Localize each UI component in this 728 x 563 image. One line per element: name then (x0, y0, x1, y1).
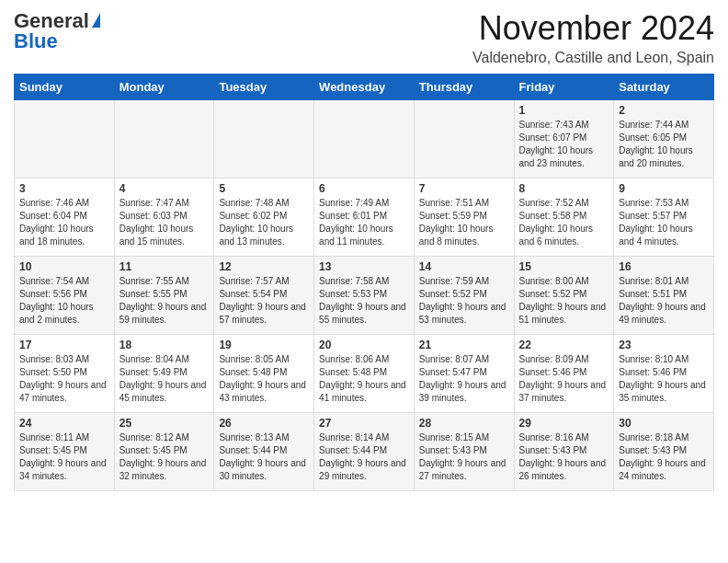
calendar-cell: 11Sunrise: 7:55 AM Sunset: 5:55 PM Dayli… (114, 257, 214, 335)
calendar-cell: 22Sunrise: 8:09 AM Sunset: 5:46 PM Dayli… (514, 335, 614, 413)
day-number: 29 (519, 417, 609, 430)
day-info: Sunrise: 8:11 AM Sunset: 5:45 PM Dayligh… (19, 431, 109, 483)
weekday-header-friday: Friday (514, 75, 614, 100)
calendar-cell: 10Sunrise: 7:54 AM Sunset: 5:56 PM Dayli… (15, 257, 115, 335)
calendar-cell: 21Sunrise: 8:07 AM Sunset: 5:47 PM Dayli… (414, 335, 514, 413)
calendar-table: SundayMondayTuesdayWednesdayThursdayFrid… (14, 74, 714, 491)
calendar-cell: 3Sunrise: 7:46 AM Sunset: 6:04 PM Daylig… (15, 178, 115, 257)
calendar-cell: 1Sunrise: 7:43 AM Sunset: 6:07 PM Daylig… (514, 100, 614, 178)
calendar-cell: 29Sunrise: 8:16 AM Sunset: 5:43 PM Dayli… (514, 413, 614, 491)
calendar-cell: 13Sunrise: 7:58 AM Sunset: 5:53 PM Dayli… (314, 257, 415, 335)
calendar-cell (414, 100, 514, 178)
title-area: November 2024 Valdenebro, Castille and L… (472, 9, 714, 66)
day-info: Sunrise: 7:43 AM Sunset: 6:07 PM Dayligh… (519, 119, 609, 170)
day-number: 22 (519, 339, 609, 351)
day-number: 5 (219, 182, 309, 195)
day-number: 16 (619, 260, 709, 273)
weekday-header-tuesday: Tuesday (214, 75, 314, 100)
day-info: Sunrise: 8:10 AM Sunset: 5:46 PM Dayligh… (619, 353, 709, 405)
logo-triangle-icon (92, 13, 100, 28)
day-info: Sunrise: 8:06 AM Sunset: 5:48 PM Dayligh… (319, 353, 409, 405)
logo-blue: Blue (14, 29, 58, 53)
calendar-cell (15, 100, 115, 178)
calendar-cell: 2Sunrise: 7:44 AM Sunset: 6:05 PM Daylig… (614, 100, 714, 178)
calendar-cell: 12Sunrise: 7:57 AM Sunset: 5:54 PM Dayli… (214, 257, 314, 335)
day-number: 24 (19, 417, 109, 430)
day-info: Sunrise: 8:18 AM Sunset: 5:43 PM Dayligh… (619, 431, 709, 483)
calendar-cell: 20Sunrise: 8:06 AM Sunset: 5:48 PM Dayli… (314, 335, 415, 413)
calendar-cell: 23Sunrise: 8:10 AM Sunset: 5:46 PM Dayli… (614, 335, 714, 413)
weekday-header-sunday: Sunday (15, 75, 115, 100)
day-number: 23 (619, 339, 709, 351)
calendar-cell: 9Sunrise: 7:53 AM Sunset: 5:57 PM Daylig… (614, 178, 714, 257)
calendar-cell: 8Sunrise: 7:52 AM Sunset: 5:58 PM Daylig… (514, 178, 614, 257)
day-info: Sunrise: 8:05 AM Sunset: 5:48 PM Dayligh… (219, 353, 309, 405)
day-number: 27 (319, 417, 409, 430)
calendar-cell (214, 100, 314, 178)
day-number: 12 (219, 260, 309, 273)
day-number: 15 (519, 260, 609, 273)
day-info: Sunrise: 8:13 AM Sunset: 5:44 PM Dayligh… (219, 431, 309, 483)
day-info: Sunrise: 7:59 AM Sunset: 5:52 PM Dayligh… (419, 275, 509, 327)
weekday-header-row: SundayMondayTuesdayWednesdayThursdayFrid… (15, 75, 714, 100)
calendar-cell (314, 100, 415, 178)
day-number: 28 (419, 417, 509, 430)
day-info: Sunrise: 7:58 AM Sunset: 5:53 PM Dayligh… (319, 275, 409, 327)
day-number: 18 (119, 339, 210, 351)
day-info: Sunrise: 7:54 AM Sunset: 5:56 PM Dayligh… (19, 275, 109, 327)
day-info: Sunrise: 7:52 AM Sunset: 5:58 PM Dayligh… (519, 197, 609, 248)
calendar-cell: 30Sunrise: 8:18 AM Sunset: 5:43 PM Dayli… (614, 413, 714, 491)
calendar-cell: 24Sunrise: 8:11 AM Sunset: 5:45 PM Dayli… (15, 413, 115, 491)
day-number: 13 (319, 260, 409, 273)
calendar-cell (114, 100, 214, 178)
day-info: Sunrise: 7:46 AM Sunset: 6:04 PM Dayligh… (19, 197, 109, 248)
day-number: 25 (119, 417, 210, 430)
day-number: 3 (19, 182, 109, 195)
day-number: 8 (519, 182, 609, 195)
calendar-cell: 16Sunrise: 8:01 AM Sunset: 5:51 PM Dayli… (614, 257, 714, 335)
day-number: 30 (619, 417, 709, 430)
weekday-header-wednesday: Wednesday (314, 75, 415, 100)
calendar-cell: 19Sunrise: 8:05 AM Sunset: 5:48 PM Dayli… (214, 335, 314, 413)
weekday-header-thursday: Thursday (414, 75, 514, 100)
day-number: 2 (619, 104, 709, 117)
calendar-cell: 17Sunrise: 8:03 AM Sunset: 5:50 PM Dayli… (15, 335, 115, 413)
calendar-cell: 14Sunrise: 7:59 AM Sunset: 5:52 PM Dayli… (414, 257, 514, 335)
day-info: Sunrise: 8:04 AM Sunset: 5:49 PM Dayligh… (119, 353, 210, 405)
day-info: Sunrise: 8:07 AM Sunset: 5:47 PM Dayligh… (419, 353, 509, 405)
day-info: Sunrise: 7:47 AM Sunset: 6:03 PM Dayligh… (119, 197, 210, 248)
week-row-2: 3Sunrise: 7:46 AM Sunset: 6:04 PM Daylig… (15, 178, 714, 257)
week-row-5: 24Sunrise: 8:11 AM Sunset: 5:45 PM Dayli… (15, 413, 714, 491)
calendar-cell: 6Sunrise: 7:49 AM Sunset: 6:01 PM Daylig… (314, 178, 415, 257)
day-number: 21 (419, 339, 509, 351)
day-info: Sunrise: 7:44 AM Sunset: 6:05 PM Dayligh… (619, 119, 709, 170)
week-row-1: 1Sunrise: 7:43 AM Sunset: 6:07 PM Daylig… (15, 100, 714, 178)
calendar-cell: 7Sunrise: 7:51 AM Sunset: 5:59 PM Daylig… (414, 178, 514, 257)
weekday-header-saturday: Saturday (614, 75, 714, 100)
day-number: 14 (419, 260, 509, 273)
day-number: 4 (119, 182, 210, 195)
month-title: November 2024 (472, 9, 714, 48)
day-number: 6 (319, 182, 409, 195)
calendar-cell: 18Sunrise: 8:04 AM Sunset: 5:49 PM Dayli… (114, 335, 214, 413)
day-number: 7 (419, 182, 509, 195)
calendar-cell: 15Sunrise: 8:00 AM Sunset: 5:52 PM Dayli… (514, 257, 614, 335)
day-info: Sunrise: 7:51 AM Sunset: 5:59 PM Dayligh… (419, 197, 509, 248)
calendar-cell: 5Sunrise: 7:48 AM Sunset: 6:02 PM Daylig… (214, 178, 314, 257)
day-number: 11 (119, 260, 210, 273)
calendar-body: 1Sunrise: 7:43 AM Sunset: 6:07 PM Daylig… (15, 100, 714, 491)
calendar-cell: 27Sunrise: 8:14 AM Sunset: 5:44 PM Dayli… (314, 413, 415, 491)
day-number: 20 (319, 339, 409, 351)
calendar-cell: 4Sunrise: 7:47 AM Sunset: 6:03 PM Daylig… (114, 178, 214, 257)
day-info: Sunrise: 7:55 AM Sunset: 5:55 PM Dayligh… (119, 275, 210, 327)
day-info: Sunrise: 7:49 AM Sunset: 6:01 PM Dayligh… (319, 197, 409, 248)
location-title: Valdenebro, Castille and Leon, Spain (472, 50, 714, 66)
day-info: Sunrise: 7:57 AM Sunset: 5:54 PM Dayligh… (219, 275, 309, 327)
logo: General Blue (14, 9, 100, 53)
header: General Blue November 2024 Valdenebro, C… (14, 9, 714, 66)
week-row-3: 10Sunrise: 7:54 AM Sunset: 5:56 PM Dayli… (15, 257, 714, 335)
week-row-4: 17Sunrise: 8:03 AM Sunset: 5:50 PM Dayli… (15, 335, 714, 413)
day-info: Sunrise: 8:09 AM Sunset: 5:46 PM Dayligh… (519, 353, 609, 405)
calendar-header: SundayMondayTuesdayWednesdayThursdayFrid… (15, 75, 714, 100)
calendar-cell: 26Sunrise: 8:13 AM Sunset: 5:44 PM Dayli… (214, 413, 314, 491)
